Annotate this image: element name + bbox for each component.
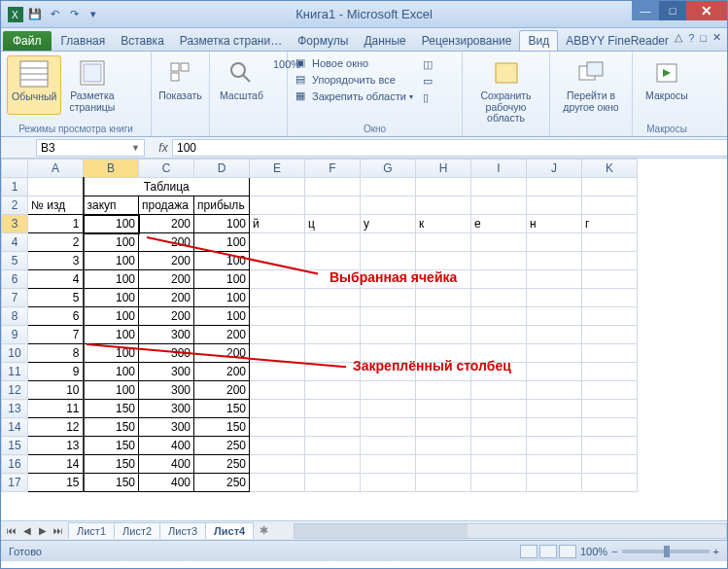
svg-rect-7: [84, 64, 101, 82]
sheet-tab[interactable]: Лист3: [159, 522, 206, 539]
arrange-icon: ▤: [295, 73, 309, 87]
unhide-button[interactable]: ▯: [421, 90, 438, 106]
redo-icon[interactable]: ↷: [65, 6, 83, 23]
svg-text:X: X: [12, 10, 18, 20]
tab-insert[interactable]: Вставка: [113, 31, 172, 51]
new-sheet-icon[interactable]: ✱: [254, 524, 274, 537]
tab-abbyy[interactable]: ABBYY FineReader: [558, 31, 676, 51]
col-header[interactable]: H: [416, 160, 471, 178]
zoom-button[interactable]: Масштаб: [216, 55, 267, 104]
title-bar: X 💾 ↶ ↷ ▾ Книга1 - Microsoft Excel — □ ✕: [1, 1, 727, 28]
undo-icon[interactable]: ↶: [46, 6, 63, 23]
sheet-nav-next-icon[interactable]: ▶: [36, 525, 50, 536]
excel-icon: X: [7, 6, 24, 23]
col-header[interactable]: D: [194, 160, 250, 178]
horizontal-scrollbar[interactable]: [294, 523, 727, 539]
macros-button[interactable]: Макросы: [639, 55, 695, 104]
svg-rect-10: [171, 73, 179, 81]
normal-view-button[interactable]: Обычный: [7, 55, 61, 115]
zoom-out-icon[interactable]: −: [611, 546, 617, 557]
selected-cell[interactable]: 100: [84, 215, 139, 233]
new-window-button[interactable]: ▣Новое окно: [294, 55, 415, 71]
tab-home[interactable]: Главная: [53, 31, 114, 51]
tab-view[interactable]: Вид: [519, 30, 558, 51]
name-box[interactable]: B3 ▼: [36, 139, 145, 157]
tab-formulas[interactable]: Формулы: [290, 31, 356, 51]
sheet-tab[interactable]: Лист1: [68, 522, 115, 539]
split-button[interactable]: ◫: [421, 57, 438, 73]
page-layout-button[interactable]: Разметка страницы: [65, 55, 119, 115]
page-break-view-icon[interactable]: [559, 545, 576, 558]
svg-rect-15: [587, 62, 603, 76]
show-button[interactable]: Показать: [157, 55, 203, 104]
col-header[interactable]: G: [361, 160, 416, 178]
col-header[interactable]: I: [471, 160, 527, 178]
group-macros-label: Макросы: [639, 122, 695, 134]
help-icon[interactable]: ?: [688, 32, 694, 44]
svg-rect-13: [496, 63, 517, 83]
col-header[interactable]: E: [250, 160, 305, 178]
zoom-slider[interactable]: [622, 550, 710, 553]
sheet-nav-first-icon[interactable]: ⏮: [5, 525, 18, 536]
minimize-ribbon-icon[interactable]: △: [675, 31, 682, 44]
tab-review[interactable]: Рецензирование: [414, 31, 520, 51]
arrange-all-button[interactable]: ▤Упорядочить все: [294, 72, 415, 88]
tab-data[interactable]: Данные: [356, 31, 413, 51]
svg-rect-9: [181, 63, 189, 71]
qat-dropdown-icon[interactable]: ▾: [85, 6, 102, 23]
normal-view-icon[interactable]: [520, 545, 537, 558]
ribbon: Обычный Разметка страницы Режимы просмот…: [1, 52, 727, 137]
svg-line-12: [243, 75, 250, 82]
ribbon-tabs: Файл Главная Вставка Разметка страни… Фо…: [1, 28, 727, 52]
new-window-icon: ▣: [295, 56, 309, 70]
svg-point-11: [231, 63, 245, 77]
zoom-icon: [225, 57, 257, 89]
maximize-button[interactable]: □: [659, 1, 686, 20]
file-tab[interactable]: Файл: [3, 31, 52, 51]
group-workbook-views-label: Режимы просмотра книги: [7, 122, 145, 134]
select-all-corner[interactable]: [2, 160, 28, 178]
sheet-tab[interactable]: Лист2: [114, 522, 160, 539]
group-window-label: Окно: [294, 122, 456, 134]
sheet-nav-last-icon[interactable]: ⏭: [52, 525, 65, 536]
col-header[interactable]: A: [28, 160, 84, 178]
name-box-dropdown-icon[interactable]: ▼: [131, 143, 140, 153]
page-layout-view-icon[interactable]: [539, 545, 557, 558]
close-button[interactable]: ✕: [686, 1, 727, 20]
formula-bar: B3 ▼ fx 100: [1, 137, 727, 159]
tab-pagelayout[interactable]: Разметка страни…: [172, 31, 290, 51]
hide-button[interactable]: ▭: [421, 74, 438, 89]
zoom-level[interactable]: 100%: [580, 546, 607, 557]
fx-icon[interactable]: fx: [155, 141, 172, 155]
zoom-in-icon[interactable]: +: [713, 546, 719, 557]
macros-icon: [651, 57, 682, 89]
col-header[interactable]: C: [139, 160, 194, 178]
row-header[interactable]: 3: [2, 215, 28, 233]
window-restore-icon[interactable]: □: [700, 32, 707, 44]
svg-rect-8: [171, 63, 179, 71]
save-workspace-button[interactable]: Сохранить рабочую область: [468, 55, 543, 126]
workbook-close-icon[interactable]: ✕: [712, 31, 721, 44]
status-text: Готово: [9, 546, 42, 557]
window-title: Книга1 - Microsoft Excel: [1, 7, 727, 21]
switch-windows-button[interactable]: Перейти в другое окно: [556, 55, 626, 115]
minimize-button[interactable]: —: [632, 1, 659, 20]
status-bar: Готово 100% − +: [1, 540, 727, 561]
freeze-panes-button[interactable]: ▦Закрепить области▾: [294, 89, 415, 104]
col-header[interactable]: K: [582, 160, 638, 178]
col-header[interactable]: J: [527, 160, 582, 178]
row-header[interactable]: 2: [2, 196, 28, 215]
col-header[interactable]: B: [84, 160, 139, 178]
col-header[interactable]: F: [305, 160, 361, 178]
worksheet-grid[interactable]: A B C D E F G H I J K 1Таблица 2№ издзак…: [1, 159, 727, 520]
show-icon: [165, 57, 196, 89]
sheet-nav-prev-icon[interactable]: ◀: [20, 525, 34, 536]
page-layout-icon: [77, 57, 108, 89]
row-header[interactable]: 1: [2, 178, 28, 196]
save-workspace-icon: [491, 57, 522, 89]
formula-input[interactable]: 100: [172, 139, 727, 157]
save-icon[interactable]: 💾: [26, 6, 44, 23]
sheet-tab[interactable]: Лист4: [205, 522, 254, 539]
freeze-icon: ▦: [295, 89, 309, 103]
sheet-tab-bar: ⏮ ◀ ▶ ⏭ Лист1 Лист2 Лист3 Лист4 ✱: [1, 520, 727, 540]
